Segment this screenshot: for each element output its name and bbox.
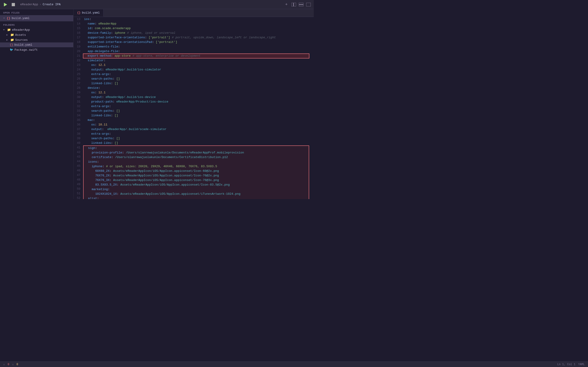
- yaml-icon: {}: [7, 17, 10, 20]
- tree-build-yaml-label: build.yaml: [15, 43, 32, 47]
- chevron-right-icon: [6, 33, 9, 36]
- line-number: 52: [75, 196, 80, 199]
- tab-yaml-icon: {}: [77, 11, 80, 15]
- code-container: 1314151617181920212223242526272829303132…: [73, 17, 314, 199]
- line-numbers: 1314151617181920212223242526272829303132…: [73, 17, 83, 199]
- line-number: 34: [75, 113, 80, 118]
- breadcrumb-sep: ›: [40, 3, 41, 6]
- editor-panel: {} build.yaml 13141516171819202122232425…: [73, 9, 314, 199]
- line-number: 50: [75, 187, 80, 191]
- line-number: 28: [75, 86, 80, 90]
- line-number: 37: [75, 127, 80, 132]
- line-number: 31: [75, 100, 80, 104]
- code-line: 1024X1024_1X: Assets/eReaderAppIcon/iOS/…: [83, 192, 309, 196]
- code-line: provision-profile: /Users/olanrewajuolak…: [83, 150, 309, 155]
- svg-rect-3: [299, 5, 303, 6]
- tab-bar: {} build.yaml: [73, 9, 314, 17]
- line-number: 13: [75, 17, 80, 22]
- code-line: supported-interface-orientations: ['port…: [83, 35, 309, 40]
- layout-icon-3[interactable]: [306, 2, 311, 7]
- line-number: 21: [75, 54, 80, 58]
- breadcrumb-app: eReaderApp: [20, 3, 38, 6]
- line-number: 51: [75, 191, 80, 196]
- code-line: certificate: /Users/olanrewajuolakunle/D…: [83, 155, 309, 160]
- code-line: ios:: [83, 17, 309, 22]
- code-line: extra-args:: [83, 72, 309, 77]
- line-number: 36: [75, 123, 80, 127]
- line-number: 40: [75, 141, 80, 145]
- line-number: 39: [75, 136, 80, 141]
- chevron-down-icon: [3, 29, 6, 31]
- code-lines: ios: name: eReaderApp id: com.scade.erea…: [83, 17, 314, 199]
- tree-item-package-swift[interactable]: 🐦 Package.swift: [0, 47, 73, 52]
- code-line: extra-args:: [83, 104, 309, 109]
- play-button[interactable]: [3, 2, 8, 7]
- code-line: search-paths: []: [83, 109, 309, 113]
- layout-icon-2[interactable]: [299, 2, 304, 7]
- play-icon: [4, 3, 7, 6]
- folders-label: FOLDERS: [0, 21, 73, 27]
- stop-button[interactable]: [10, 2, 16, 7]
- swift-file-icon: 🐦: [10, 48, 13, 52]
- line-number: 18: [75, 40, 80, 44]
- tree-item-build-yaml[interactable]: {} build.yaml: [0, 42, 73, 47]
- line-number: 23: [75, 63, 80, 67]
- open-files-label: OPEN FILES: [0, 9, 73, 15]
- code-line: marketing:: [83, 187, 309, 192]
- tab-build-yaml[interactable]: {} build.yaml: [73, 9, 104, 17]
- line-number: 33: [75, 109, 80, 113]
- tab-label: build.yaml: [82, 11, 100, 15]
- line-number: 38: [75, 132, 80, 136]
- editor[interactable]: 1314151617181920212223242526272829303132…: [73, 17, 314, 199]
- close-icon[interactable]: ×: [3, 17, 5, 20]
- code-line: product-path: eReaderApp/Product/ios-dev…: [83, 100, 309, 104]
- toolbar: eReaderApp › Create IPA +: [0, 0, 314, 9]
- line-number: 43: [75, 155, 80, 159]
- folder-icon-root: 📁: [7, 28, 11, 32]
- line-number: 27: [75, 81, 80, 86]
- code-line: device:: [83, 86, 309, 90]
- line-number: 48: [75, 177, 80, 182]
- tree-root-label: eReaderApp: [12, 28, 30, 32]
- code-line: 76X76_2X: Assets/eReaderAppIcon/iOS/AppI…: [83, 173, 309, 178]
- tree-item-sources[interactable]: 📁 Sources: [0, 37, 73, 42]
- code-line: entitlements-file:: [83, 44, 309, 49]
- code-line: sign:: [83, 145, 309, 150]
- svg-rect-2: [299, 3, 303, 4]
- code-line: export-method: app-store # app-store, en…: [83, 54, 309, 58]
- add-button[interactable]: +: [284, 2, 289, 7]
- line-number: 47: [75, 173, 80, 177]
- stop-icon: [12, 3, 15, 6]
- breadcrumb-current: Create IPA: [43, 3, 61, 6]
- code-line: simulator:: [83, 58, 309, 63]
- open-file-name: build.yaml: [12, 17, 30, 20]
- sidebar: OPEN FILES × {} build.yaml FOLDERS 📁 eRe…: [0, 9, 73, 199]
- tree-item-assets[interactable]: 📁 Assets: [0, 32, 73, 37]
- layout-icon-1[interactable]: [291, 2, 296, 7]
- svg-rect-1: [294, 3, 296, 6]
- breadcrumb: eReaderApp › Create IPA: [20, 3, 61, 6]
- code-line: os: 12.1: [83, 90, 309, 95]
- code-line: id: com.scade.ereaderapp: [83, 26, 309, 31]
- code-line: icons:: [83, 160, 309, 164]
- code-line: 60X60_2X: Assets/eReaderAppIcon/iOS/AppI…: [83, 169, 309, 173]
- open-file-build-yaml[interactable]: × {} build.yaml: [0, 15, 73, 21]
- code-line: mac:: [83, 118, 309, 123]
- toolbar-right: +: [284, 2, 311, 7]
- folder-icon-sources: 📁: [10, 38, 14, 42]
- line-number: 45: [75, 164, 80, 168]
- line-number: 24: [75, 67, 80, 72]
- folder-icon-assets: 📁: [10, 33, 14, 37]
- tree-root-ereaderapp[interactable]: 📁 eReaderApp: [0, 27, 73, 32]
- code-line: search-paths: []: [83, 136, 309, 141]
- code-line: search-paths: []: [83, 77, 309, 81]
- line-number: 30: [75, 95, 80, 100]
- line-number: 29: [75, 90, 80, 95]
- code-line: 76X76_3X: Assets/eReaderAppIcon/iOS/AppI…: [83, 178, 309, 183]
- line-number: 32: [75, 104, 80, 109]
- tree-sources-label: Sources: [15, 38, 28, 42]
- code-line: linked-libs: []: [83, 141, 309, 145]
- code-line: os: 10.11: [83, 123, 309, 127]
- code-line: iphone: # or ipad, sizes: 20X20, 29X29, …: [83, 164, 309, 169]
- code-line: device-family: iphone # iphone, ipad or …: [83, 31, 309, 35]
